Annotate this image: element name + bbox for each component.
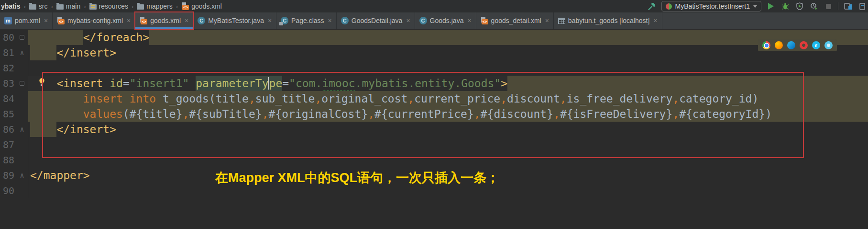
breadcrumb: ybatis›src›main›resources›mappers›goods.… — [0, 0, 223, 12]
code-segment: = — [123, 76, 130, 91]
close-tab-icon[interactable]: × — [185, 17, 188, 24]
breadcrumb-item[interactable]: src — [28, 2, 49, 10]
opera-icon[interactable] — [800, 41, 808, 49]
close-tab-icon[interactable]: × — [653, 17, 657, 24]
ide-window: ybatis›src›main›resources›mappers›goods.… — [0, 0, 868, 229]
debug-button[interactable] — [780, 1, 790, 11]
fold-marker-end[interactable]: ∧ — [16, 122, 28, 137]
xml-icon — [57, 17, 65, 24]
fold-gutter — [16, 183, 28, 198]
line-number: 86 — [0, 122, 16, 137]
intention-bulb-icon[interactable] — [38, 78, 45, 88]
code-text[interactable] — [28, 152, 868, 168]
tab-goods-xml[interactable]: goods.xml× — [135, 12, 193, 29]
code-line: 87 — [0, 137, 868, 152]
xml-icon — [140, 17, 147, 24]
line-number: 82 — [0, 60, 16, 76]
code-segment: </insert> — [56, 122, 116, 137]
code-segment: .mybatis.entity.Goods" — [355, 76, 501, 91]
close-tab-icon[interactable]: × — [467, 17, 471, 24]
code-segment: , — [315, 91, 321, 106]
folder-icon — [29, 4, 36, 10]
run-button[interactable] — [766, 1, 776, 11]
ie-icon[interactable] — [812, 41, 820, 49]
code-segment: #{discount} — [481, 106, 553, 122]
code-segment: into — [130, 91, 156, 106]
code-segment: #{isFreeDelivery} — [560, 106, 672, 122]
fold-marker-box[interactable] — [16, 30, 28, 45]
tab-page-class[interactable]: CPage.class× — [276, 12, 337, 29]
close-tab-icon[interactable]: × — [406, 17, 410, 24]
code-text[interactable]: values(#{title},#{subTitle},#{originalCo… — [28, 106, 868, 122]
tab-goodsdetail-java[interactable]: CGoodsDetail.java× — [337, 12, 415, 29]
edge-beta-icon[interactable] — [824, 41, 833, 49]
code-text[interactable] — [28, 60, 868, 76]
breadcrumb-item[interactable]: resources — [88, 2, 129, 10]
code-segment: , — [672, 91, 679, 106]
code-text[interactable]: </insert> — [28, 45, 868, 60]
code-text[interactable]: insert into t_goods(title,sub_title,orig… — [28, 91, 868, 106]
code-segment: pe — [269, 76, 283, 91]
code-segment: category_id) — [679, 91, 758, 106]
fold-marker-end[interactable]: ∧ — [16, 45, 28, 60]
code-segment: parameterTy — [196, 76, 268, 91]
code-text[interactable]: <insert id="insert1" parameterType="com.… — [28, 76, 868, 91]
chrome-icon[interactable] — [762, 41, 770, 49]
code-line: 85values(#{title},#{subTitle},#{original… — [0, 106, 868, 122]
breadcrumb-item[interactable]: main — [55, 2, 81, 10]
code-line: 82 — [0, 60, 868, 76]
line-number: 83 — [0, 76, 16, 91]
code-segment: , — [474, 106, 481, 122]
build-hammer-icon[interactable] — [647, 1, 657, 11]
stop-button — [824, 1, 833, 11]
tab-pom-xml[interactable]: mpom.xml× — [0, 12, 53, 29]
tab-mybatis-config-xml[interactable]: mybatis-config.xml× — [53, 12, 135, 29]
line-number: 89 — [0, 168, 16, 183]
tab-babytun-t-goods-localhost[interactable]: babytun.t_goods [localhost]× — [554, 12, 662, 29]
clipped-toolbar-icon[interactable] — [857, 1, 867, 11]
class-icon: C — [341, 17, 349, 24]
close-tab-icon[interactable]: × — [268, 17, 272, 24]
tab-bar: mpom.xml×mybatis-config.xml×goods.xml×CM… — [0, 12, 868, 29]
code-segment: , — [182, 106, 189, 122]
firefox-icon[interactable] — [775, 41, 783, 49]
fold-marker-box[interactable] — [16, 76, 28, 91]
code-segment: id — [110, 76, 123, 91]
code-segment: > — [501, 76, 507, 91]
chevron-separator-icon: › — [84, 3, 86, 10]
run-with-coverage-button[interactable] — [795, 1, 804, 11]
code-text[interactable]: </foreach> — [28, 30, 868, 45]
close-tab-icon[interactable]: × — [44, 17, 48, 24]
table-icon — [558, 18, 565, 24]
profiler-button[interactable] — [809, 1, 819, 11]
code-line: 84insert into t_goods(title,sub_title,or… — [0, 91, 868, 106]
code-segment: values — [83, 106, 123, 122]
code-segment: , — [249, 91, 255, 106]
breadcrumb-item[interactable]: goods.xml — [180, 2, 223, 10]
tab-mybatistestor-java[interactable]: CMyBatisTestor.java× — [193, 12, 276, 29]
code-segment: original_cost — [321, 91, 407, 106]
close-tab-icon[interactable]: × — [545, 17, 549, 24]
code-text[interactable] — [28, 137, 868, 152]
lock-icon — [279, 22, 283, 25]
code-segment: (#{title} — [123, 106, 183, 122]
close-tab-icon[interactable]: × — [328, 17, 332, 24]
class-locked-icon: C — [281, 17, 288, 24]
edge-icon[interactable] — [787, 41, 795, 49]
tab-goods-detail-xml[interactable]: goods_detail.xml× — [476, 12, 554, 29]
breadcrumb-item[interactable]: mappers — [136, 2, 173, 10]
breadcrumb-item[interactable]: ybatis — [0, 2, 21, 10]
maven-icon: m — [4, 17, 12, 24]
code-text[interactable]: </insert> — [28, 122, 868, 137]
fold-gutter — [16, 152, 28, 168]
chevron-separator-icon: › — [51, 3, 53, 10]
run-configuration-select[interactable]: MyBatisTestor.testInsert1 — [661, 1, 761, 11]
fold-marker-end[interactable]: ∧ — [16, 168, 28, 183]
code-segment: , — [262, 106, 269, 122]
close-tab-icon[interactable]: × — [127, 17, 131, 24]
project-windows-icon[interactable] — [843, 1, 853, 11]
code-segment: = — [282, 76, 289, 91]
tab-goods-java[interactable]: CGoods.java× — [415, 12, 476, 29]
code-segment: t_goods(title — [156, 91, 249, 106]
line-number: 80 — [0, 30, 16, 45]
